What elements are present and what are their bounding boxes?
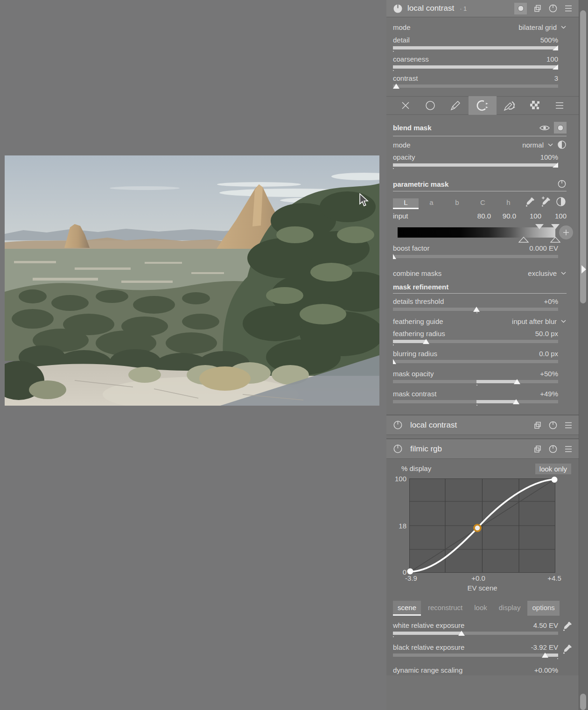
channel-tab-h[interactable]: h: [496, 198, 521, 209]
y-tick-0: 0: [388, 568, 406, 576]
eye-toggle-icon[interactable]: [539, 124, 550, 132]
color-picker-add-icon[interactable]: [539, 196, 552, 207]
y-axis-title: % display: [401, 464, 431, 472]
blend-mode-combobox[interactable]: mode normal: [393, 138, 567, 151]
look-only-toggle[interactable]: look only: [535, 464, 571, 474]
detail-slider[interactable]: [393, 45, 558, 50]
input-value-4[interactable]: 100: [541, 212, 567, 220]
tab-options[interactable]: options: [527, 601, 559, 616]
feathering-guide-value[interactable]: input after blur: [512, 317, 557, 325]
scrollbar-thumb[interactable]: [580, 10, 586, 303]
parametric-mask-icon[interactable]: [469, 96, 497, 115]
mask-off-icon[interactable]: [394, 96, 417, 115]
tab-look[interactable]: look: [469, 601, 492, 616]
parametric-input-gradient-slider[interactable]: [393, 223, 567, 242]
blend-order-icon[interactable]: [557, 140, 567, 149]
channel-tab-L[interactable]: L: [393, 198, 419, 209]
chevron-down-icon[interactable]: [547, 143, 553, 147]
presets-menu-icon[interactable]: [564, 422, 573, 429]
drawn-and-parametric-mask-icon[interactable]: [498, 96, 521, 115]
feathering-radius-label: feathering radius: [393, 330, 445, 337]
invert-channel-icon[interactable]: [555, 196, 567, 207]
color-picker-icon[interactable]: [525, 196, 536, 207]
mask-contrast-slider[interactable]: [393, 399, 558, 404]
input-value-2[interactable]: 90.0: [491, 212, 516, 220]
channel-tab-a[interactable]: a: [419, 198, 444, 209]
drs-labels: dynamic range scaling +0.00%: [393, 664, 558, 675]
mask-opacity-slider[interactable]: [393, 379, 558, 384]
channel-tab-b[interactable]: b: [444, 198, 470, 209]
uniform-mask-icon[interactable]: [419, 96, 442, 115]
mask-indicator-icon[interactable]: [514, 3, 527, 14]
power-toggle-icon[interactable]: [393, 4, 403, 14]
middle-gray-node[interactable]: [474, 525, 481, 531]
opacity-slider[interactable]: [393, 162, 558, 168]
input-value-3[interactable]: 100: [516, 212, 541, 220]
luminance-gradient-bar[interactable]: [398, 227, 555, 238]
blurring-radius-slider[interactable]: [393, 359, 558, 364]
details-threshold-labels: details threshold +0%: [393, 295, 567, 307]
mode-value[interactable]: bilateral grid: [518, 23, 557, 31]
blend-mode-value[interactable]: normal: [522, 141, 544, 149]
tab-reconstruct[interactable]: reconstruct: [423, 601, 467, 616]
drawn-mask-icon[interactable]: [444, 96, 467, 115]
white-exposure-value: 4.50 EV: [533, 621, 558, 629]
boost-factor-slider[interactable]: [393, 254, 558, 259]
scrollbar-thumb-bottom[interactable]: [580, 694, 586, 710]
mode-combobox[interactable]: mode bilateral grid: [393, 20, 567, 34]
panel-scrollbar[interactable]: [579, 0, 588, 710]
details-threshold-slider[interactable]: [393, 307, 558, 312]
raster-mask-icon[interactable]: [523, 96, 546, 115]
feathering-radius-slider[interactable]: [393, 339, 558, 344]
reset-parameters-icon[interactable]: [548, 444, 558, 454]
multiple-instances-icon[interactable]: [533, 4, 542, 13]
blending-menu-icon[interactable]: [548, 96, 571, 115]
presets-menu-icon[interactable]: [564, 445, 573, 453]
combine-masks-combobox[interactable]: combine masks exclusive: [393, 267, 567, 280]
chevron-down-icon[interactable]: [560, 319, 567, 323]
x-tick-max: +4.5: [547, 574, 561, 582]
filmic-curve-graph[interactable]: 100 18 0: [409, 478, 555, 573]
power-toggle-icon[interactable]: [393, 420, 403, 430]
display-mask-icon[interactable]: [554, 122, 567, 134]
module-header-local-contrast[interactable]: local contrast: [386, 415, 579, 435]
mask-opacity-value: +50%: [540, 370, 558, 378]
reset-section-icon[interactable]: [557, 179, 567, 189]
presets-menu-icon[interactable]: [564, 5, 573, 12]
black-exposure-slider[interactable]: [393, 653, 558, 658]
module-title[interactable]: local contrast: [407, 4, 454, 13]
mode-label: mode: [393, 23, 411, 31]
white-exposure-slider[interactable]: [393, 631, 558, 636]
chevron-down-icon[interactable]: [560, 271, 567, 275]
panel-collapse-arrow[interactable]: [581, 264, 587, 274]
add-node-button[interactable]: [559, 225, 573, 239]
feathering-guide-label: feathering guide: [393, 317, 443, 325]
tab-scene[interactable]: scene: [393, 601, 421, 616]
feathering-guide-combobox[interactable]: feathering guide input after blur: [393, 315, 567, 328]
chevron-down-icon[interactable]: [560, 25, 567, 29]
input-value-1[interactable]: 80.0: [466, 212, 491, 220]
power-toggle-icon[interactable]: [393, 444, 403, 454]
module-header-filmic-rgb[interactable]: filmic rgb: [386, 438, 579, 459]
module-title[interactable]: filmic rgb: [410, 444, 442, 454]
mouse-cursor: [359, 193, 370, 208]
module-title[interactable]: local contrast: [410, 421, 457, 430]
contrast-slider[interactable]: [393, 84, 558, 89]
filmic-curve-canvas[interactable]: [409, 478, 555, 573]
coarseness-slider[interactable]: [393, 64, 558, 70]
reset-parameters-icon[interactable]: [548, 4, 558, 13]
combine-masks-label: combine masks: [393, 269, 441, 277]
feathering-radius-value: 50.0 px: [535, 330, 558, 337]
dynamic-range-scaling-control: dynamic range scaling +0.00%: [386, 661, 579, 675]
mask-contrast-value: +49%: [540, 390, 558, 398]
white-picker-icon[interactable]: [562, 620, 573, 632]
multiple-instances-icon[interactable]: [533, 444, 542, 454]
image-preview[interactable]: [5, 155, 379, 406]
reset-parameters-icon[interactable]: [548, 421, 558, 430]
channel-tab-C[interactable]: C: [470, 198, 496, 209]
module-header-local-contrast-1[interactable]: local contrast · 1: [386, 0, 579, 17]
tab-display[interactable]: display: [494, 601, 525, 616]
multiple-instances-icon[interactable]: [533, 421, 542, 430]
black-picker-icon[interactable]: [562, 643, 573, 654]
combine-masks-value[interactable]: exclusive: [528, 269, 557, 277]
